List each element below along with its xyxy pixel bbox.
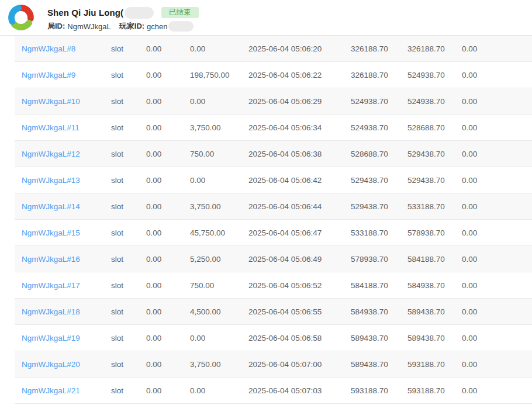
round-id-label: 局ID: bbox=[47, 21, 65, 32]
cell-payout: 750.00 bbox=[190, 150, 248, 158]
cell-payout: 3,750.00 bbox=[190, 360, 248, 369]
cell-after: 524938.70 bbox=[407, 97, 462, 106]
round-id-link[interactable]: NgmWJkgaL#11 bbox=[22, 123, 80, 132]
id-line: 局ID: NgmWJkgaL 玩家ID: gchen bbox=[47, 21, 199, 32]
game-rounds-table: NgmWJkgaL#8slot0.000.002025-06-04 05:06:… bbox=[15, 36, 532, 404]
cell-after: 584938.70 bbox=[407, 281, 462, 290]
round-id-value: NgmWJkgaL bbox=[67, 22, 110, 31]
cell-after: 524938.70 bbox=[407, 71, 462, 79]
cell-round: NgmWJkgaL#16 bbox=[15, 255, 111, 264]
table-row: NgmWJkgaL#15slot0.0045,750.002025-06-04 … bbox=[15, 220, 532, 246]
cell-time: 2025-06-04 05:06:42 bbox=[248, 176, 351, 185]
cell-time: 2025-06-04 05:06:34 bbox=[248, 123, 351, 132]
cell-type: slot bbox=[111, 150, 146, 158]
cell-type: slot bbox=[111, 97, 146, 106]
title-line: Shen Qi Jiu Long( 已结束 bbox=[47, 6, 199, 19]
table-row: NgmWJkgaL#18slot0.004,500.002025-06-04 0… bbox=[15, 299, 532, 325]
cell-extra: 0.00 bbox=[462, 71, 532, 79]
cell-type: slot bbox=[111, 255, 146, 264]
cell-after: 326188.70 bbox=[407, 44, 462, 53]
cell-payout: 198,750.00 bbox=[190, 71, 248, 79]
cell-time: 2025-06-04 05:06:22 bbox=[248, 71, 351, 79]
cell-type: slot bbox=[111, 334, 146, 342]
cell-round: NgmWJkgaL#18 bbox=[15, 307, 111, 316]
cell-bet: 0.00 bbox=[146, 123, 190, 132]
table-row: NgmWJkgaL#16slot0.005,250.002025-06-04 0… bbox=[15, 246, 532, 272]
cell-bet: 0.00 bbox=[146, 360, 190, 369]
cell-bet: 0.00 bbox=[146, 281, 190, 290]
game-title: Shen Qi Jiu Long( bbox=[47, 8, 123, 18]
cell-type: slot bbox=[111, 202, 146, 211]
cell-before: 584188.70 bbox=[351, 281, 407, 290]
cell-extra: 0.00 bbox=[462, 307, 532, 316]
cell-before: 529438.70 bbox=[351, 202, 407, 211]
cell-after: 528688.70 bbox=[407, 123, 462, 132]
round-id-link[interactable]: NgmWJkgaL#19 bbox=[22, 334, 80, 342]
cell-extra: 0.00 bbox=[462, 281, 532, 290]
cell-time: 2025-06-04 05:06:55 bbox=[248, 307, 351, 316]
round-id-link[interactable]: NgmWJkgaL#14 bbox=[22, 202, 80, 211]
table-row: NgmWJkgaL#10slot0.000.002025-06-04 05:06… bbox=[15, 88, 532, 115]
cell-after: 533188.70 bbox=[407, 202, 462, 211]
cell-extra: 0.00 bbox=[462, 334, 532, 342]
cell-extra: 0.00 bbox=[462, 123, 532, 132]
cell-round: NgmWJkgaL#15 bbox=[15, 228, 111, 237]
cell-payout: 0.00 bbox=[190, 386, 248, 395]
cell-before: 524938.70 bbox=[351, 123, 407, 132]
cell-bet: 0.00 bbox=[146, 386, 190, 395]
round-id-link[interactable]: NgmWJkgaL#15 bbox=[22, 228, 80, 237]
redacted-player-id-segment bbox=[168, 21, 194, 32]
cell-round: NgmWJkgaL#21 bbox=[15, 386, 111, 395]
cell-bet: 0.00 bbox=[146, 176, 190, 185]
header-info: Shen Qi Jiu Long( 已结束 局ID: NgmWJkgaL 玩家I… bbox=[47, 2, 199, 32]
cell-extra: 0.00 bbox=[462, 150, 532, 158]
cell-type: slot bbox=[111, 360, 146, 369]
cell-type: slot bbox=[111, 307, 146, 316]
cell-type: slot bbox=[111, 176, 146, 185]
table-row: NgmWJkgaL#12slot0.00750.002025-06-04 05:… bbox=[15, 141, 532, 167]
cell-payout: 0.00 bbox=[190, 334, 248, 342]
cell-after: 578938.70 bbox=[407, 228, 462, 237]
cell-round: NgmWJkgaL#17 bbox=[15, 281, 111, 290]
round-id-link[interactable]: NgmWJkgaL#17 bbox=[22, 281, 80, 290]
table-row: NgmWJkgaL#9slot0.00198,750.002025-06-04 … bbox=[15, 62, 532, 88]
cell-time: 2025-06-04 05:06:44 bbox=[248, 202, 351, 211]
round-id-link[interactable]: NgmWJkgaL#21 bbox=[22, 386, 80, 395]
cell-payout: 3,750.00 bbox=[190, 202, 248, 211]
round-id-link[interactable]: NgmWJkgaL#8 bbox=[22, 44, 75, 53]
cell-before: 326188.70 bbox=[351, 44, 407, 53]
cell-extra: 0.00 bbox=[462, 97, 532, 106]
cell-before: 533188.70 bbox=[351, 228, 407, 237]
round-id-link[interactable]: NgmWJkgaL#20 bbox=[22, 360, 80, 369]
cell-extra: 0.00 bbox=[462, 44, 532, 53]
cell-extra: 0.00 bbox=[462, 386, 532, 395]
cell-before: 593188.70 bbox=[351, 386, 407, 395]
cell-before: 524938.70 bbox=[351, 97, 407, 106]
cell-round: NgmWJkgaL#13 bbox=[15, 176, 111, 185]
cell-before: 589438.70 bbox=[351, 334, 407, 342]
cell-type: slot bbox=[111, 228, 146, 237]
round-id-link[interactable]: NgmWJkgaL#18 bbox=[22, 307, 80, 316]
cell-payout: 3,750.00 bbox=[190, 123, 248, 132]
cell-after: 593188.70 bbox=[407, 386, 462, 395]
cell-extra: 0.00 bbox=[462, 228, 532, 237]
round-id-link[interactable]: NgmWJkgaL#10 bbox=[22, 97, 80, 106]
cell-payout: 0.00 bbox=[190, 176, 248, 185]
cell-after: 589438.70 bbox=[407, 334, 462, 342]
cell-before: 589438.70 bbox=[351, 360, 407, 369]
cell-round: NgmWJkgaL#20 bbox=[15, 360, 111, 369]
cell-round: NgmWJkgaL#8 bbox=[15, 44, 111, 53]
round-id-link[interactable]: NgmWJkgaL#9 bbox=[22, 71, 75, 79]
cell-before: 578938.70 bbox=[351, 255, 407, 264]
round-id-link[interactable]: NgmWJkgaL#16 bbox=[22, 255, 80, 264]
round-id-link[interactable]: NgmWJkgaL#13 bbox=[22, 176, 80, 185]
cell-bet: 0.00 bbox=[146, 228, 190, 237]
cell-bet: 0.00 bbox=[146, 307, 190, 316]
cell-extra: 0.00 bbox=[462, 360, 532, 369]
table-row: NgmWJkgaL#21slot0.000.002025-06-04 05:07… bbox=[15, 378, 532, 404]
cell-time: 2025-06-04 05:06:52 bbox=[248, 281, 351, 290]
table-row: NgmWJkgaL#13slot0.000.002025-06-04 05:06… bbox=[15, 167, 532, 193]
tri-swirl-logo-icon bbox=[6, 2, 36, 33]
cell-round: NgmWJkgaL#11 bbox=[15, 123, 111, 132]
round-id-link[interactable]: NgmWJkgaL#12 bbox=[22, 150, 80, 158]
